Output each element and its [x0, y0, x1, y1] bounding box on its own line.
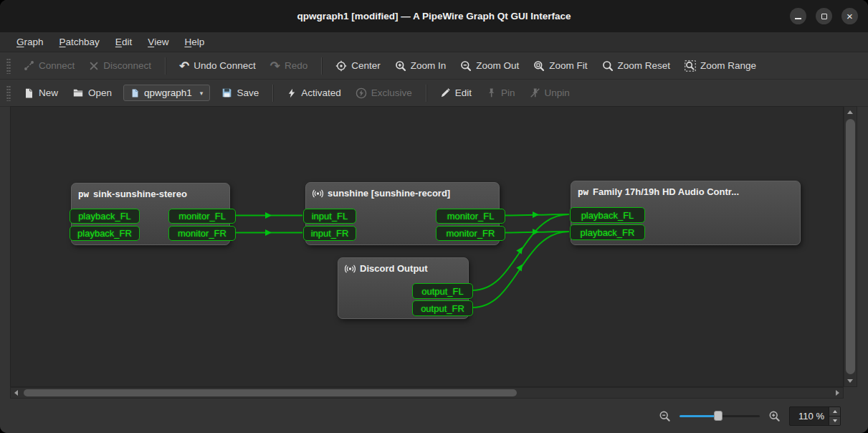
exclusive-lightning-icon	[356, 87, 367, 99]
port-input-fl[interactable]: input_FL	[303, 209, 356, 224]
scroll-down-arrow[interactable]	[847, 379, 853, 383]
activated-toggle[interactable]: Activated	[280, 84, 348, 103]
pencil-icon	[440, 87, 451, 98]
node-sink-sunshine-stereo[interactable]: pw sink-sunshine-stereo playback_FL play…	[71, 183, 230, 245]
zoom-out-icon	[460, 60, 472, 72]
vertical-scrollbar-thumb[interactable]	[846, 119, 855, 374]
port-monitor-fr[interactable]: monitor_FR	[436, 226, 505, 241]
zoom-fit-button[interactable]: Zoom Fit	[527, 57, 593, 75]
scroll-up-arrow[interactable]	[847, 110, 853, 114]
new-patchbay-button[interactable]: New	[17, 84, 65, 103]
zoom-in-small-button[interactable]	[768, 410, 781, 422]
edit-patchbay-button[interactable]: Edit	[434, 84, 478, 102]
toolbar-separator	[272, 85, 273, 102]
unpin-button[interactable]: Unpin	[523, 84, 576, 102]
node-header: Discord Output	[338, 258, 468, 274]
exclusive-toggle[interactable]: Exclusive	[349, 84, 419, 103]
menubar: Graph Patchbay Edit View Help	[0, 32, 868, 52]
zoom-reset-button[interactable]: Zoom Reset	[596, 57, 677, 75]
toolbar-separator	[165, 57, 166, 75]
save-patchbay-button[interactable]: Save	[215, 84, 265, 102]
zoom-reset-icon	[602, 60, 614, 72]
port-playback-fl[interactable]: playback_FL	[70, 209, 140, 224]
minimize-button[interactable]	[790, 8, 806, 24]
vertical-scrollbar[interactable]	[844, 106, 857, 387]
minimize-icon	[795, 18, 801, 19]
horizontal-scrollbar[interactable]	[10, 387, 844, 399]
save-icon	[221, 87, 232, 98]
node-header: pw sink-sunshine-stereo	[72, 184, 229, 199]
spin-down-button[interactable]	[829, 416, 840, 425]
scrollbar-corner	[844, 387, 857, 399]
toolbar-drag-handle[interactable]	[6, 85, 11, 101]
menu-edit[interactable]: Edit	[108, 32, 140, 52]
zoom-out-icon	[659, 410, 671, 422]
patchbay-file-icon	[130, 88, 140, 98]
close-button[interactable]: ×	[841, 8, 858, 24]
unpin-icon	[530, 87, 540, 98]
port-monitor-fl[interactable]: monitor_FL	[168, 209, 236, 224]
titlebar[interactable]: qpwgraph1 [modified] — A PipeWire Graph …	[0, 0, 868, 32]
window-controls: ×	[790, 0, 858, 32]
close-icon: ×	[846, 11, 853, 22]
zoom-range-button[interactable]: Zoom Range	[678, 57, 763, 75]
window-title: qpwgraph1 [modified] — A PipeWire Graph …	[297, 11, 571, 22]
spin-up-button[interactable]	[829, 407, 840, 416]
port-input-fr[interactable]: input_FR	[303, 226, 356, 241]
node-title-text: sunshine [sunshine-record]	[328, 188, 450, 199]
toolbar-separator	[321, 57, 322, 75]
zoom-out-button[interactable]: Zoom Out	[454, 57, 525, 75]
node-discord-output[interactable]: Discord Output output_FL output_FR	[338, 257, 469, 319]
port-output-fr[interactable]: output_FR	[412, 300, 473, 316]
undo-icon: ↶	[179, 61, 189, 71]
port-monitor-fr[interactable]: monitor_FR	[168, 226, 236, 241]
spin-buttons	[829, 407, 840, 425]
connect-button[interactable]: Connect	[17, 57, 81, 75]
disconnect-button[interactable]: Disconnect	[82, 57, 158, 75]
menu-graph[interactable]: Graph	[9, 32, 52, 52]
port-monitor-fl[interactable]: monitor_FL	[436, 209, 505, 224]
center-button[interactable]: Center	[329, 57, 387, 75]
new-file-icon	[24, 87, 34, 99]
center-icon	[335, 60, 347, 72]
zoom-spinbox[interactable]: 110 %	[789, 406, 841, 426]
zoom-slider[interactable]	[679, 410, 760, 422]
port-output-fl[interactable]: output_FL	[412, 283, 473, 299]
disconnect-icon	[89, 61, 99, 71]
menu-view[interactable]: View	[140, 32, 176, 52]
maximize-icon	[821, 14, 827, 19]
node-title-text: Discord Output	[360, 263, 428, 274]
port-playback-fl[interactable]: playback_FL	[570, 207, 645, 223]
node-header: pw Family 17h/19h HD Audio Contr...	[571, 181, 800, 197]
node-sunshine[interactable]: sunshine [sunshine-record] input_FL inpu…	[305, 182, 500, 245]
open-patchbay-button[interactable]: Open	[66, 84, 118, 102]
statusbar: 110 %	[0, 399, 868, 433]
node-family-hd-audio[interactable]: pw Family 17h/19h HD Audio Contr... play…	[571, 181, 801, 245]
port-playback-fr[interactable]: playback_FR	[570, 224, 645, 240]
toolbar-drag-handle[interactable]	[6, 58, 11, 74]
pin-button[interactable]: Pin	[480, 84, 522, 102]
menu-help[interactable]: Help	[176, 32, 212, 52]
zoom-slider-handle[interactable]	[714, 411, 722, 421]
scroll-left-arrow[interactable]	[14, 390, 18, 396]
maximize-button[interactable]	[816, 8, 832, 24]
zoom-out-small-button[interactable]	[659, 410, 671, 422]
scroll-right-arrow[interactable]	[836, 390, 839, 396]
node-title-text: Family 17h/19h HD Audio Contr...	[593, 186, 739, 197]
undo-connect-button[interactable]: ↶ Undo Connect	[173, 57, 262, 75]
zoom-slider-fill	[679, 415, 718, 417]
patchbay-selector[interactable]: qpwgraph1 ▾	[123, 85, 210, 101]
horizontal-scrollbar-thumb[interactable]	[24, 389, 517, 396]
menu-patchbay[interactable]: Patchbay	[52, 32, 108, 52]
graph-view: pw sink-sunshine-stereo playback_FL play…	[10, 106, 857, 399]
spin-up-icon	[833, 410, 837, 413]
zoom-range-icon	[685, 60, 696, 72]
zoom-in-button[interactable]: Zoom In	[388, 57, 453, 75]
graph-canvas[interactable]: pw sink-sunshine-stereo playback_FL play…	[10, 106, 844, 387]
port-playback-fr[interactable]: playback_FR	[70, 226, 140, 241]
redo-button[interactable]: ↷ Redo	[264, 57, 315, 75]
zoom-value[interactable]: 110 %	[790, 411, 829, 422]
zoom-in-icon	[768, 410, 781, 422]
spin-down-icon	[833, 419, 837, 422]
node-header: sunshine [sunshine-record]	[306, 183, 499, 199]
